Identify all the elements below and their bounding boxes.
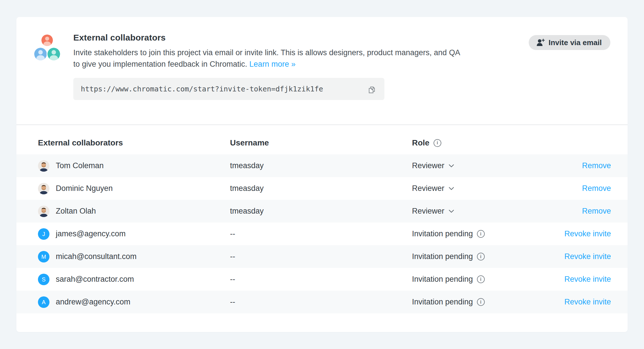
table-row: Zoltan Olah tmeasday Reviewer i Remove [16,200,628,223]
learn-more-link[interactable]: Learn more » [249,60,296,68]
chevron-down-icon [448,209,454,213]
role-label: Reviewer [412,161,444,170]
role-cell: Reviewer i Remove [412,207,628,216]
info-icon[interactable]: i [434,139,441,147]
card-header: External collaborators Invite stakeholde… [16,17,628,124]
collaborator-cell: A andrew@agency.com [16,296,230,308]
role-label: Reviewer [412,207,444,216]
collaborator-name: Tom Coleman [56,161,104,170]
person-plus-icon [536,39,545,47]
collaborators-group-icon [34,32,67,62]
copy-icon[interactable] [367,84,377,94]
collaborator-name: james@agency.com [56,229,126,238]
username-value: -- [230,298,235,306]
chevron-down-icon [448,187,454,191]
collaborator-name: sarah@contractor.com [56,275,134,284]
user-photo-avatar [38,160,49,172]
username-cell: tmeasday [230,184,412,193]
invite-button-label: Invite via email [549,38,602,47]
collaborator-name: andrew@agency.com [56,298,131,306]
info-icon[interactable]: i [477,298,485,306]
collaborator-cell: J james@agency.com [16,228,230,240]
invite-via-email-button[interactable]: Invite via email [529,35,610,50]
role-cell: Invitation pending i Revoke invite [412,252,628,261]
initial-avatar: S [38,274,49,285]
external-collaborators-card: External collaborators Invite stakeholde… [16,17,628,332]
role-select[interactable]: Reviewer i [412,207,454,216]
person-icon-orange [41,34,53,46]
role-cell: Reviewer i Remove [412,161,628,170]
role-select[interactable]: Invitation pending i [412,252,485,261]
person-icon-blue [33,47,48,61]
info-icon[interactable]: i [477,230,485,238]
role-label: Invitation pending [412,298,473,306]
avatar-initial-letter: S [42,277,45,282]
role-label: Invitation pending [412,252,473,261]
info-icon[interactable]: i [477,253,485,260]
collaborator-name: micah@consultant.com [56,252,137,261]
username-cell: -- [230,275,412,284]
username-cell: -- [230,229,412,238]
collaborator-name: Dominic Nguyen [56,184,113,193]
role-label: Invitation pending [412,229,473,238]
role-cell: Invitation pending i Revoke invite [412,229,628,238]
table-row: M micah@consultant.com -- Invitation pen… [16,245,628,268]
user-photo-avatar [38,183,49,194]
revoke-invite-link[interactable]: Revoke invite [564,298,628,306]
username-value: tmeasday [230,207,264,215]
person-icon-teal [47,47,61,61]
user-photo-avatar [38,206,49,217]
role-label: Reviewer [412,184,444,193]
role-cell: Invitation pending i Revoke invite [412,275,628,284]
collaborator-cell: Tom Coleman [16,160,230,172]
revoke-invite-link[interactable]: Revoke invite [564,229,628,238]
info-icon[interactable]: i [477,275,485,283]
avatar-initial-letter: M [41,254,46,260]
table-row: Dominic Nguyen tmeasday Reviewer i Remov… [16,177,628,200]
username-value: tmeasday [230,161,264,170]
column-header-username: Username [230,138,412,147]
initial-avatar: J [38,228,49,240]
role-select[interactable]: Reviewer i [412,161,454,170]
section-description: Invite stakeholders to join this project… [73,47,467,70]
role-cell: Reviewer i Remove [412,184,628,193]
avatar-initial-letter: J [42,231,45,237]
role-cell: Invitation pending i Revoke invite [412,298,628,306]
initial-avatar: A [38,296,49,308]
role-select[interactable]: Reviewer i [412,184,454,193]
collaborators-table: External collaborators Username Role i T… [16,125,628,313]
column-header-collaborators: External collaborators [16,138,230,147]
column-header-role: Role i [412,138,628,147]
username-cell: tmeasday [230,207,412,216]
role-select[interactable]: Invitation pending i [412,298,485,306]
remove-link[interactable]: Remove [582,207,628,216]
avatar-initial-letter: A [42,299,45,305]
role-label: Invitation pending [412,275,473,284]
remove-link[interactable]: Remove [582,184,628,193]
revoke-invite-link[interactable]: Revoke invite [564,275,628,284]
section-title: External collaborators [73,32,470,43]
username-value: -- [230,275,235,283]
role-select[interactable]: Invitation pending i [412,229,485,238]
username-cell: -- [230,252,412,261]
table-row: S sarah@contractor.com -- Invitation pen… [16,268,628,291]
collaborator-name: Zoltan Olah [56,207,96,216]
invite-link-text[interactable]: https://www.chromatic.com/start?invite-t… [81,85,367,93]
collaborator-cell: M micah@consultant.com [16,251,230,262]
revoke-invite-link[interactable]: Revoke invite [564,252,628,261]
table-body: Tom Coleman tmeasday Reviewer i Remove [16,154,628,313]
table-row: Tom Coleman tmeasday Reviewer i Remove [16,154,628,177]
username-cell: -- [230,298,412,306]
collaborator-cell: Zoltan Olah [16,206,230,217]
invite-link-box: https://www.chromatic.com/start?invite-t… [73,78,384,100]
header-text: External collaborators Invite stakeholde… [73,32,470,100]
role-header-label: Role [412,138,430,147]
collaborator-cell: Dominic Nguyen [16,183,230,194]
table-row: A andrew@agency.com -- Invitation pendin… [16,291,628,313]
role-select[interactable]: Invitation pending i [412,275,485,284]
username-cell: tmeasday [230,161,412,170]
collaborator-cell: S sarah@contractor.com [16,274,230,285]
username-value: -- [230,252,235,261]
table-header-row: External collaborators Username Role i [16,125,628,154]
remove-link[interactable]: Remove [582,161,628,170]
